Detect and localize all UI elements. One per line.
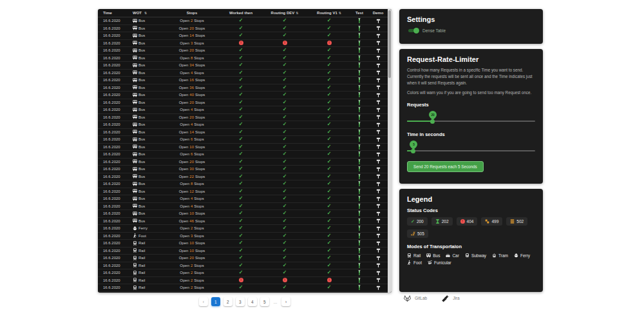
table-row[interactable]: 16.6.2020BusOpen20Stops✓✓✓: [98, 47, 388, 55]
test-vial-icon[interactable]: [357, 100, 362, 105]
hammer-icon[interactable]: [376, 19, 381, 23]
table-row[interactable]: 16.6.2020BusOpen2Stops✓✓✓: [98, 17, 388, 25]
test-vial-icon[interactable]: [357, 278, 362, 283]
table-row[interactable]: 16.6.2020BusOpen34Stops✓✓✓: [98, 62, 388, 70]
table-row[interactable]: 16.6.2020BusOpen20Stops✓✓✓: [98, 114, 388, 122]
hammer-icon[interactable]: [376, 248, 381, 253]
hammer-icon[interactable]: [376, 233, 381, 238]
hammer-icon[interactable]: [376, 263, 381, 267]
test-vial-icon[interactable]: [357, 70, 362, 75]
prev-page-button[interactable]: ‹: [199, 297, 208, 306]
test-vial-icon[interactable]: [357, 166, 362, 171]
hammer-icon[interactable]: [376, 152, 381, 157]
test-vial-icon[interactable]: [357, 26, 362, 31]
table-row[interactable]: 16.6.2020FootOpen3Stops✓✓✓: [98, 233, 388, 240]
table-row[interactable]: 16.6.2020BusOpen20Stops✓✓✓: [98, 25, 388, 33]
test-vial-icon[interactable]: [357, 270, 362, 275]
hammer-icon[interactable]: [376, 278, 381, 282]
requests-slider-thumb[interactable]: 20: [430, 119, 435, 124]
test-vial-icon[interactable]: [357, 92, 362, 97]
table-row[interactable]: 16.6.2020RailOpen10Stops✓✓✓: [98, 248, 388, 255]
hammer-icon[interactable]: [376, 226, 381, 231]
hammer-icon[interactable]: [376, 100, 381, 104]
table-row[interactable]: 16.6.2020BusOpen8Stops✓✓✓: [98, 180, 388, 188]
test-vial-icon[interactable]: [357, 226, 362, 231]
test-vial-icon[interactable]: [357, 77, 362, 82]
table-row[interactable]: 16.6.2020BusOpen3Stops!!!: [98, 40, 388, 48]
table-row[interactable]: 16.6.2020RailOpen2Stops!!!: [98, 277, 388, 285]
hammer-icon[interactable]: [376, 189, 381, 193]
table-row[interactable]: 16.6.2020RailOpen10Stops✓✓✓: [98, 240, 388, 248]
dense-table-toggle[interactable]: [407, 28, 419, 34]
time-slider-thumb[interactable]: 5: [411, 149, 415, 153]
test-vial-icon[interactable]: [357, 63, 362, 68]
hammer-icon[interactable]: [376, 130, 381, 134]
hammer-icon[interactable]: [376, 41, 381, 45]
test-vial-icon[interactable]: [357, 33, 362, 38]
next-page-button[interactable]: ›: [281, 297, 290, 306]
page-button-3[interactable]: 3: [236, 297, 245, 306]
hammer-icon[interactable]: [376, 137, 381, 142]
test-vial-icon[interactable]: [357, 159, 362, 164]
test-vial-icon[interactable]: [357, 55, 362, 61]
table-row[interactable]: 16.6.2020BusOpen4Stops✓✓✓: [98, 121, 388, 129]
table-row[interactable]: 16.6.2020BusOpen4Stops✓✓✓: [98, 203, 388, 211]
column-header-routing-v1[interactable]: Routing V1⇅: [308, 11, 350, 15]
table-row[interactable]: 16.6.2020RailOpen20Stops✓✓✓: [98, 255, 388, 262]
hammer-icon[interactable]: [376, 256, 381, 260]
send-requests-button[interactable]: Send 20 Requests each 5 Seconds: [407, 161, 484, 172]
test-vial-icon[interactable]: [357, 233, 362, 238]
hammer-icon[interactable]: [376, 174, 381, 179]
table-row[interactable]: 16.6.2020FerryOpen2Stops✓✓✓: [98, 225, 388, 233]
test-vial-icon[interactable]: [357, 196, 362, 201]
table-row[interactable]: 16.6.2020BusOpen46Stops✓✓✓: [98, 218, 388, 226]
test-vial-icon[interactable]: [357, 137, 362, 142]
column-header-wot[interactable]: WOT⇅: [129, 11, 164, 15]
table-row[interactable]: 16.6.2020BusOpen14Stops✓✓✓: [98, 129, 388, 137]
table-row[interactable]: 16.6.2020BusOpen14Stops✓✓✓: [98, 32, 388, 40]
jira-link[interactable]: Jira: [441, 294, 459, 302]
table-row[interactable]: 16.6.2020RailOpen2Stops✓✓✓: [98, 284, 388, 292]
table-row[interactable]: 16.6.2020BusOpen6Stops✓✓✓: [98, 136, 388, 144]
hammer-icon[interactable]: [376, 182, 381, 186]
test-vial-icon[interactable]: [357, 248, 362, 253]
table-row[interactable]: 16.6.2020BusOpen8Stops✓✓✓: [98, 55, 388, 63]
test-vial-icon[interactable]: [357, 263, 362, 268]
hammer-icon[interactable]: [376, 167, 381, 171]
test-vial-icon[interactable]: [357, 204, 362, 209]
test-vial-icon[interactable]: [357, 255, 362, 260]
hammer-icon[interactable]: [376, 93, 381, 97]
table-row[interactable]: 16.6.2020RailOpen2Stops✓✓✓: [98, 262, 388, 270]
page-button-5[interactable]: 5: [260, 297, 269, 306]
test-vial-icon[interactable]: [357, 107, 362, 112]
table-row[interactable]: 16.6.2020BusOpen10Stops✓✓✓: [98, 144, 388, 151]
hammer-icon[interactable]: [376, 70, 381, 75]
test-vial-icon[interactable]: [357, 130, 362, 135]
hammer-icon[interactable]: [376, 286, 381, 290]
sort-icon[interactable]: ⇅: [144, 11, 147, 15]
test-vial-icon[interactable]: [357, 174, 362, 179]
table-row[interactable]: 16.6.2020BusOpen40Stops✓✓✓: [98, 92, 388, 99]
hammer-icon[interactable]: [376, 159, 381, 164]
hammer-icon[interactable]: [376, 197, 381, 201]
hammer-icon[interactable]: [376, 144, 381, 149]
requests-slider[interactable]: 20: [407, 109, 535, 126]
slider-track[interactable]: [407, 150, 535, 151]
table-row[interactable]: 16.6.2020RailOpen2Stops✓✓✓: [98, 292, 388, 293]
hammer-icon[interactable]: [376, 85, 381, 90]
table-scrollbar[interactable]: [388, 9, 392, 293]
table-row[interactable]: 16.6.2020BusOpen4Stops✓✓✓: [98, 70, 388, 77]
hammer-icon[interactable]: [376, 115, 381, 119]
gitlab-link[interactable]: GitLab: [403, 294, 427, 302]
column-header-routing-dev[interactable]: Routing DEV⇅: [261, 11, 308, 15]
table-row[interactable]: 16.6.2020BusOpen16Stops✓✓✓: [98, 77, 388, 84]
hammer-icon[interactable]: [376, 26, 381, 30]
table-row[interactable]: 16.6.2020BusOpen12Stops✓✓✓: [98, 188, 388, 196]
test-vial-icon[interactable]: [357, 122, 362, 127]
hammer-icon[interactable]: [376, 204, 381, 208]
table-row[interactable]: 16.6.2020BusOpen4Stops✓✓✓: [98, 106, 388, 114]
table-row[interactable]: 16.6.2020BusOpen30Stops✓✓✓: [98, 166, 388, 173]
page-button-1[interactable]: 1: [211, 297, 220, 306]
test-vial-icon[interactable]: [357, 218, 362, 224]
test-vial-icon[interactable]: [357, 189, 362, 194]
